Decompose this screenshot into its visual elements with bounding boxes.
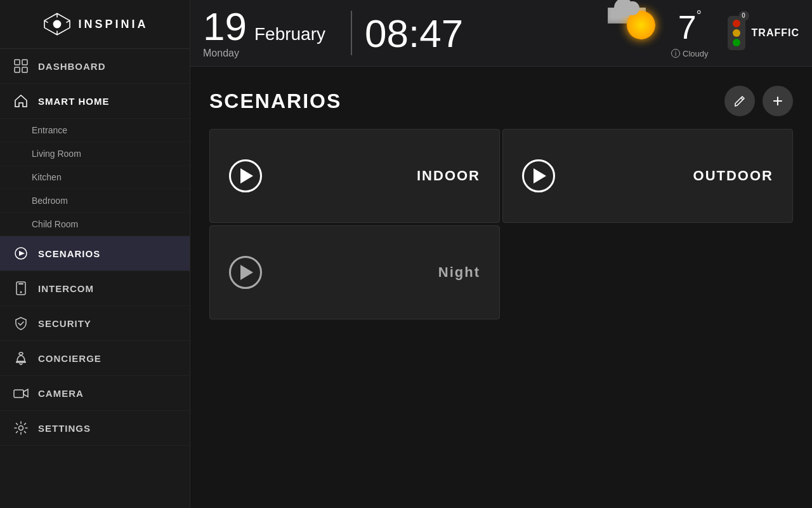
month-name: February (254, 24, 325, 44)
tl-yellow (733, 29, 740, 37)
svg-point-12 (20, 291, 22, 293)
svg-point-18 (19, 426, 23, 431)
sub-item-kitchen[interactable]: Kitchen (0, 166, 190, 189)
weather-description: i Cloudy (671, 49, 708, 58)
logo-area: INSPINIA (0, 0, 190, 49)
play-arrow-icon-night (240, 265, 253, 280)
sidebar-item-camera-label: CAMERA (38, 388, 84, 399)
svg-point-1 (53, 20, 62, 29)
sidebar-item-intercom[interactable]: INTERCOM (0, 271, 190, 306)
weather-temp-block: 7 ° (678, 8, 702, 46)
svg-line-5 (67, 20, 70, 22)
sub-item-living-room[interactable]: Living Room (0, 142, 190, 166)
phone-icon (13, 280, 29, 297)
weather-info: 7 ° i Cloudy (671, 8, 708, 58)
sidebar-item-dashboard-label: DASHBOARD (38, 61, 106, 72)
scenario-card-outdoor[interactable]: OUTDOOR (502, 129, 793, 223)
traffic-count: 0 (739, 11, 749, 21)
grid-icon (13, 58, 29, 74)
weather-block: 7 ° i Cloudy (608, 8, 708, 58)
sub-item-child-room[interactable]: Child Room (0, 213, 190, 236)
weather-temp: 7 (678, 8, 697, 46)
traffic-label: TRAFFIC (752, 27, 799, 39)
scenario-outdoor-label: OUTDOOR (574, 168, 773, 184)
scenarios-content: SCENARIOS + INDOOR (190, 67, 812, 508)
sidebar-item-scenarios[interactable]: SCENARIOS (0, 236, 190, 271)
day-name: Monday (203, 48, 239, 59)
sub-item-entrance[interactable]: Entrance (0, 119, 190, 142)
logo-text: INSPINIA (78, 18, 148, 31)
svg-rect-6 (15, 60, 20, 65)
traffic-light-wrapper: 0 (728, 16, 745, 50)
scenario-night-label: Night (281, 264, 480, 281)
time-divider (351, 11, 352, 55)
gear-icon (13, 420, 29, 436)
play-icon (13, 245, 29, 262)
svg-rect-13 (18, 283, 23, 284)
scenarios-header: SCENARIOS + (209, 86, 793, 116)
add-button[interactable]: + (763, 86, 793, 116)
home-icon (13, 93, 29, 109)
sidebar-item-security-label: SECURITY (38, 318, 91, 329)
sidebar-item-scenarios-label: SCENARIOS (38, 248, 100, 259)
play-arrow-icon-outdoor (534, 168, 546, 184)
sidebar-item-camera[interactable]: CAMERA (0, 376, 190, 411)
svg-point-14 (19, 352, 23, 355)
sidebar-item-smart-home[interactable]: SMART HOME (0, 84, 190, 119)
shield-icon (13, 315, 29, 331)
tl-red (733, 20, 740, 27)
day-number: 19 (203, 7, 247, 46)
smart-home-subnav: Entrance Living Room Kitchen Bedroom Chi… (0, 119, 190, 236)
topbar: 19 February Monday 08:47 7 ° i (190, 0, 812, 67)
main-content: 19 February Monday 08:47 7 ° i (190, 0, 812, 508)
page-title: SCENARIOS (209, 90, 724, 113)
sidebar-item-settings-label: SETTINGS (38, 423, 91, 434)
play-button-night[interactable] (229, 256, 262, 289)
edit-button[interactable] (724, 86, 755, 116)
date-block: 19 February Monday (203, 7, 338, 59)
sidebar-item-smart-home-label: SMART HOME (38, 96, 110, 107)
scenario-card-night[interactable]: Night (209, 225, 500, 319)
sub-item-bedroom[interactable]: Bedroom (0, 189, 190, 213)
traffic-block[interactable]: 0 TRAFFIC (728, 16, 799, 50)
scenario-indoor-label: INDOOR (281, 168, 480, 184)
play-button-indoor[interactable] (229, 159, 262, 192)
svg-rect-15 (16, 361, 26, 363)
datetime-area: 19 February Monday 08:47 (203, 7, 463, 59)
weather-icon (608, 8, 665, 58)
svg-rect-9 (22, 67, 27, 72)
sidebar-item-settings[interactable]: SETTINGS (0, 411, 190, 446)
svg-rect-8 (15, 67, 20, 72)
svg-rect-7 (22, 60, 27, 65)
add-icon: + (773, 91, 783, 111)
sidebar-item-concierge-label: CONCIERGE (38, 353, 102, 364)
weather-degree: ° (697, 8, 702, 23)
sidebar-item-security[interactable]: SECURITY (0, 306, 190, 341)
svg-line-4 (44, 20, 48, 22)
svg-marker-17 (23, 389, 28, 397)
play-arrow-icon (240, 168, 253, 184)
sidebar: INSPINIA DASHBOARD SMART HOME Entrance (0, 0, 190, 508)
weather-info-icon: i (671, 49, 680, 58)
bell-icon (13, 350, 29, 366)
scenarios-grid: INDOOR OUTDOOR Night (209, 129, 793, 319)
play-button-outdoor[interactable] (522, 159, 555, 192)
scenario-card-indoor[interactable]: INDOOR (209, 129, 500, 223)
sidebar-item-intercom-label: INTERCOM (38, 283, 94, 294)
sidebar-item-concierge[interactable]: CONCIERGE (0, 341, 190, 376)
camera-icon (13, 385, 29, 401)
tl-green (733, 39, 740, 46)
logo-icon (41, 11, 73, 37)
svg-rect-16 (14, 390, 23, 398)
time-display: 08:47 (365, 11, 463, 56)
header-buttons: + (724, 86, 793, 116)
traffic-light-icon (728, 16, 745, 50)
sidebar-item-dashboard[interactable]: DASHBOARD (0, 49, 190, 84)
